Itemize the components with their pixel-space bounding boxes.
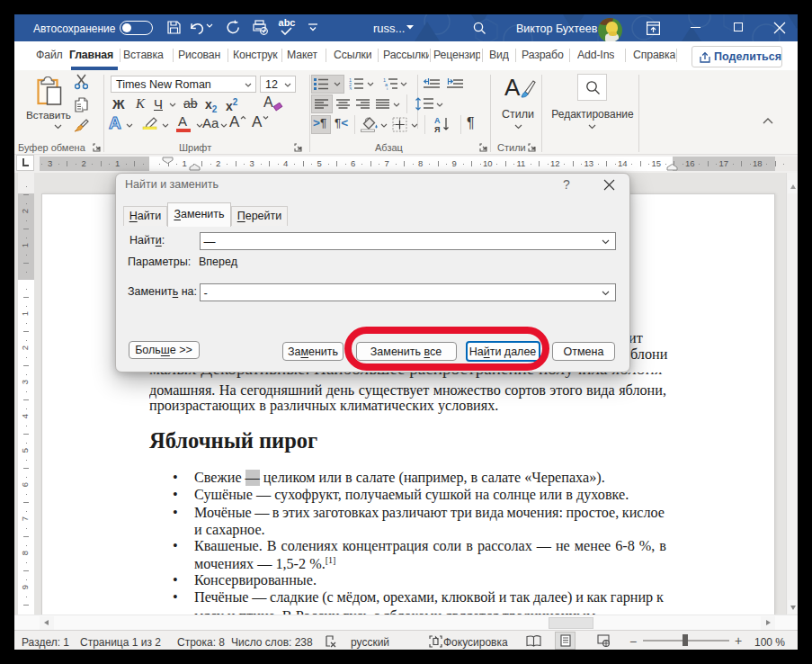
svg-text:i: i: [387, 86, 388, 90]
svg-text:А: А: [434, 116, 441, 125]
svg-text:3: 3: [349, 86, 352, 90]
svg-text:A: A: [109, 113, 121, 131]
svg-text:Я: Я: [434, 125, 440, 133]
